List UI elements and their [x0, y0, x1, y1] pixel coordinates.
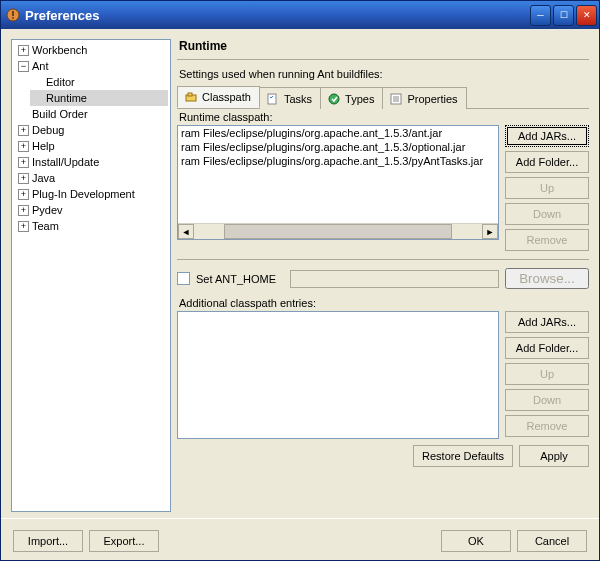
maximize-button[interactable]: ☐	[553, 5, 574, 26]
tab-types[interactable]: Types	[320, 87, 383, 109]
preference-tree[interactable]: +Workbench −Ant Editor Runtime Build Ord…	[11, 39, 171, 512]
expand-icon[interactable]: +	[18, 125, 29, 136]
additional-classpath-list[interactable]	[177, 311, 499, 439]
tree-item-editor[interactable]: Editor	[46, 74, 75, 90]
bottom-button-bar: Import... Export... OK Cancel	[1, 518, 599, 561]
tab-bar: Classpath Tasks Types Properties	[177, 86, 589, 109]
tree-item-help[interactable]: Help	[32, 138, 55, 154]
tree-item-debug[interactable]: Debug	[32, 122, 64, 138]
remove-button[interactable]: Remove	[505, 229, 589, 251]
types-icon	[327, 92, 341, 106]
svg-point-2	[12, 17, 14, 19]
classpath-icon	[184, 90, 198, 104]
add-jars-button[interactable]: Add JARs...	[505, 125, 589, 147]
scroll-right-button[interactable]: ►	[482, 224, 498, 239]
tasks-icon	[266, 92, 280, 106]
tab-properties[interactable]: Properties	[382, 87, 466, 109]
expand-icon[interactable]: +	[18, 221, 29, 232]
tree-item-java[interactable]: Java	[32, 170, 55, 186]
tree-item-team[interactable]: Team	[32, 218, 59, 234]
list-item[interactable]: ram Files/eclipse/plugins/org.apache.ant…	[178, 140, 498, 154]
window-title: Preferences	[25, 8, 530, 23]
page-title: Runtime	[177, 39, 589, 60]
tab-classpath[interactable]: Classpath	[177, 86, 260, 108]
down-button[interactable]: Down	[505, 203, 589, 225]
list-item[interactable]: ram Files/eclipse/plugins/org.apache.ant…	[178, 154, 498, 168]
tree-item-ant[interactable]: Ant	[32, 58, 49, 74]
restore-defaults-button[interactable]: Restore Defaults	[413, 445, 513, 467]
tree-item-build-order[interactable]: Build Order	[32, 106, 88, 122]
tree-item-install-update[interactable]: Install/Update	[32, 154, 99, 170]
tab-tasks[interactable]: Tasks	[259, 87, 321, 109]
scroll-left-button[interactable]: ◄	[178, 224, 194, 239]
svg-rect-4	[188, 93, 192, 96]
up-button[interactable]: Up	[505, 177, 589, 199]
expand-icon[interactable]: +	[18, 45, 29, 56]
runtime-classpath-list[interactable]: ram Files/eclipse/plugins/org.apache.ant…	[177, 125, 499, 240]
minimize-button[interactable]: ─	[530, 5, 551, 26]
remove-button-2[interactable]: Remove	[505, 415, 589, 437]
page-subtitle: Settings used when running Ant buildfile…	[179, 68, 589, 80]
horizontal-scrollbar[interactable]: ◄ ►	[178, 223, 498, 239]
export-button[interactable]: Export...	[89, 530, 159, 552]
svg-rect-5	[268, 94, 276, 104]
browse-button[interactable]: Browse...	[505, 268, 589, 289]
expand-icon[interactable]: +	[18, 205, 29, 216]
collapse-icon[interactable]: −	[18, 61, 29, 72]
expand-icon[interactable]: +	[18, 189, 29, 200]
apply-button[interactable]: Apply	[519, 445, 589, 467]
up-button-2[interactable]: Up	[505, 363, 589, 385]
add-jars-button-2[interactable]: Add JARs...	[505, 311, 589, 333]
add-folder-button[interactable]: Add Folder...	[505, 151, 589, 173]
ant-home-input[interactable]	[290, 270, 499, 288]
expand-icon[interactable]: +	[18, 141, 29, 152]
expand-icon[interactable]: +	[18, 173, 29, 184]
svg-point-6	[329, 94, 339, 104]
cancel-button[interactable]: Cancel	[517, 530, 587, 552]
down-button-2[interactable]: Down	[505, 389, 589, 411]
close-button[interactable]: ✕	[576, 5, 597, 26]
expand-icon[interactable]: +	[18, 157, 29, 168]
ok-button[interactable]: OK	[441, 530, 511, 552]
set-ant-home-checkbox[interactable]	[177, 272, 190, 285]
runtime-classpath-label: Runtime classpath:	[179, 111, 589, 123]
import-button[interactable]: Import...	[13, 530, 83, 552]
app-icon	[5, 7, 21, 23]
tree-item-runtime[interactable]: Runtime	[46, 90, 87, 106]
set-ant-home-label: Set ANT_HOME	[196, 273, 276, 285]
list-item[interactable]: ram Files/eclipse/plugins/org.apache.ant…	[178, 126, 498, 140]
preference-page: Runtime Settings used when running Ant b…	[177, 39, 589, 512]
title-bar: Preferences ─ ☐ ✕	[1, 1, 599, 29]
tree-item-pydev[interactable]: Pydev	[32, 202, 63, 218]
window-buttons: ─ ☐ ✕	[530, 5, 597, 26]
tree-item-plugin-dev[interactable]: Plug-In Development	[32, 186, 135, 202]
additional-classpath-label: Additional classpath entries:	[179, 297, 589, 309]
tree-item-workbench[interactable]: Workbench	[32, 42, 87, 58]
add-folder-button-2[interactable]: Add Folder...	[505, 337, 589, 359]
svg-rect-1	[12, 11, 14, 16]
properties-icon	[389, 92, 403, 106]
